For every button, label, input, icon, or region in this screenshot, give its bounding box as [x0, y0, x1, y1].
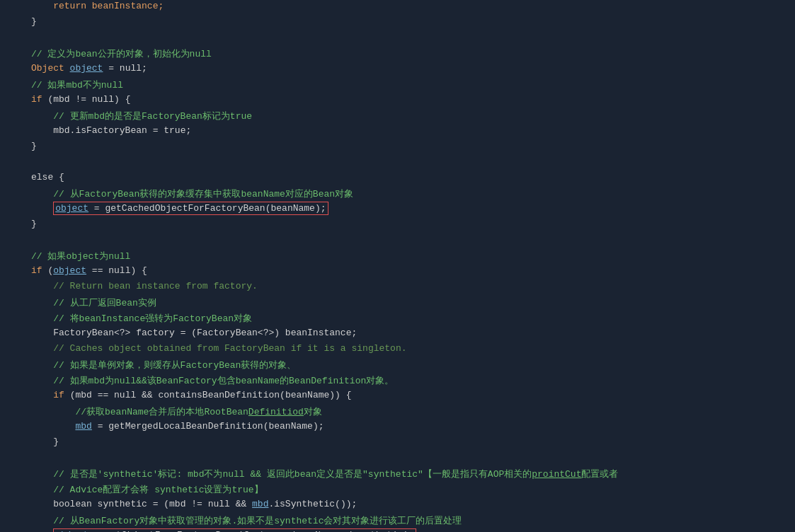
line-content: mbd = getMergedLocalBeanDefinition(beanN…: [28, 421, 795, 432]
code-line: [0, 451, 795, 467]
line-content: // Caches object obtained from FactoryBe…: [28, 343, 795, 354]
code-line: // 如果mbd不为null: [0, 78, 795, 93]
line-content: // 如果mbd不为null: [28, 79, 795, 91]
code-line: // 如果是单例对象，则缓存从FactoryBean获得的对象、: [0, 358, 795, 374]
line-content: }: [28, 16, 795, 27]
code-line: mbd.isFactoryBean = true;: [0, 125, 795, 140]
code-line-highlighted-2: object = getObjectFromFactoryBean(factor…: [0, 529, 795, 532]
code-line: // Caches object obtained from FactoryBe…: [0, 342, 795, 358]
code-line: boolean synthetic = (mbd != null && mbd.…: [0, 498, 795, 514]
line-content: //获取beanName合并后的本地RootBeanDefinitiod对象: [28, 405, 795, 418]
code-line: FactoryBean<?> factory = (FactoryBean<?>…: [0, 327, 795, 342]
line-content: [28, 452, 795, 463]
line-content: // 是否是'synthetic'标记: mbd不为null && 返回此bea…: [28, 468, 795, 480]
line-content: [28, 156, 795, 167]
line-content: // 更新mbd的是否是FactoryBean标记为true: [28, 110, 795, 122]
code-line-highlighted: object = getCachedObjectForFactoryBean(b…: [0, 202, 795, 218]
code-container: return beanInstance; } // 定义为bean公开的对象，初…: [0, 0, 795, 532]
line-content: boolean synthetic = (mbd != null && mbd.…: [28, 499, 795, 509]
line-content: // 从工厂返回Bean实例: [28, 296, 795, 309]
code-line: [0, 156, 795, 171]
code-line: if (mbd != null) {: [0, 93, 795, 109]
code-line: if (object == null) {: [0, 265, 795, 280]
code-line: // 从工厂返回Bean实例: [0, 296, 795, 311]
line-content: // 如果是单例对象，则缓存从FactoryBean获得的对象、: [28, 359, 795, 371]
line-content: if (mbd == null && containsBeanDefinitio…: [28, 390, 795, 400]
code-line: }: [0, 436, 795, 451]
line-content: if (mbd != null) {: [28, 94, 795, 105]
line-content: // 如果object为null: [28, 250, 795, 262]
line-content: }: [28, 219, 795, 229]
line-content: // 从BeanFactory对象中获取管理的对象.如果不是synthetic会…: [28, 514, 795, 527]
code-line: else {: [0, 171, 795, 187]
line-content: else {: [28, 172, 795, 183]
code-line: return beanInstance;: [0, 0, 795, 16]
line-content-highlighted: object = getCachedObjectForFactoryBean(b…: [28, 203, 795, 214]
code-line: // 将beanInstance强转为FactoryBean对象: [0, 311, 795, 327]
code-line: }: [0, 16, 795, 31]
code-line: // 更新mbd的是否是FactoryBean标记为true: [0, 109, 795, 125]
code-line: if (mbd == null && containsBeanDefinitio…: [0, 389, 795, 405]
line-content: FactoryBean<?> factory = (FactoryBean<?>…: [28, 328, 795, 338]
line-content: }: [28, 436, 795, 447]
line-content: return beanInstance;: [28, 1, 795, 11]
code-line: }: [0, 140, 795, 156]
line-content: mbd.isFactoryBean = true;: [28, 125, 795, 136]
code-line: // Advice配置才会将 synthetic设置为true】: [0, 482, 795, 498]
code-line: mbd = getMergedLocalBeanDefinition(beanN…: [0, 420, 795, 436]
line-content: }: [28, 141, 795, 151]
line-content: [28, 234, 795, 245]
code-line: // 从FactoryBean获得的对象缓存集中获取beanName对应的Bea…: [0, 187, 795, 202]
code-line: Object object = null;: [0, 62, 795, 78]
code-line: // 如果object为null: [0, 249, 795, 265]
line-content: // Advice配置才会将 synthetic设置为true】: [28, 483, 795, 496]
code-line: }: [0, 218, 795, 233]
code-line: // 是否是'synthetic'标记: mbd不为null && 返回此bea…: [0, 467, 795, 482]
line-content: // Return bean instance from factory.: [28, 281, 795, 291]
line-content: // 将beanInstance强转为FactoryBean对象: [28, 312, 795, 325]
line-content: // 如果mbd为null&&该BeanFactory包含beanName的Be…: [28, 374, 795, 387]
code-line: [0, 31, 795, 47]
line-content: [28, 32, 795, 42]
code-line: // 定义为bean公开的对象，初始化为null: [0, 47, 795, 62]
line-content: // 定义为bean公开的对象，初始化为null: [28, 47, 795, 60]
code-line: [0, 233, 795, 249]
code-line: // 如果mbd为null&&该BeanFactory包含beanName的Be…: [0, 374, 795, 389]
code-line: // 从BeanFactory对象中获取管理的对象.如果不是synthetic会…: [0, 514, 795, 529]
code-line: // Return bean instance from factory.: [0, 280, 795, 296]
line-content: // 从FactoryBean获得的对象缓存集中获取beanName对应的Bea…: [28, 187, 795, 200]
line-content: if (object == null) {: [28, 265, 795, 276]
line-content: Object object = null;: [28, 63, 795, 74]
code-line: //获取beanName合并后的本地RootBeanDefinitiod对象: [0, 405, 795, 420]
